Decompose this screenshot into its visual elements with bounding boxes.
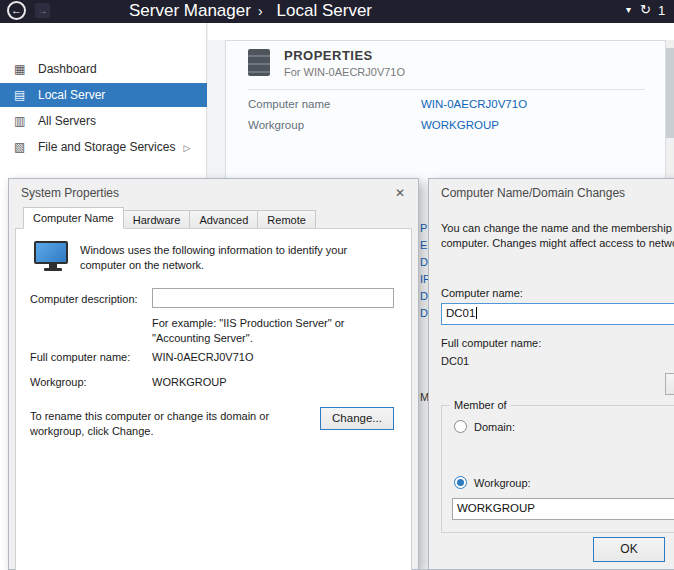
- property-label: Computer name: [248, 98, 330, 110]
- workgroup-label: Workgroup:: [30, 376, 87, 388]
- name-domain-changes-dialog: Computer Name/Domain Changes You can cha…: [428, 178, 674, 570]
- tab-computer-name[interactable]: Computer Name: [23, 207, 124, 229]
- full-computer-name-label: Full computer name:: [441, 337, 541, 349]
- sidebar-item-label: File and Storage Services: [38, 135, 190, 160]
- workgroup-radio-label[interactable]: Workgroup:: [474, 477, 531, 489]
- dialog-intro-line2: computer. Changes might affect access to…: [441, 236, 674, 251]
- domain-radio[interactable]: [454, 420, 467, 433]
- computer-description-label: Computer description:: [30, 293, 138, 305]
- clipped-value-fragment: E: [420, 239, 427, 251]
- computer-monitor-icon: [34, 241, 72, 275]
- member-of-label: Member of: [450, 399, 511, 411]
- app-title: Server Manager: [129, 1, 251, 20]
- domain-radio-label[interactable]: Domain:: [474, 421, 515, 433]
- system-properties-dialog: System Properties Computer NameHardwareA…: [8, 178, 419, 570]
- full-computer-name-label: Full computer name:: [30, 351, 130, 363]
- notification-count[interactable]: 1: [658, 3, 665, 18]
- intro-text: Windows uses the following information t…: [80, 243, 386, 273]
- computer-name-input[interactable]: DC01: [441, 303, 674, 325]
- sidebar-item-label: Dashboard: [38, 57, 97, 81]
- clipped-value-fragment: P: [420, 222, 427, 234]
- workgroup-link[interactable]: WORKGROUP: [421, 119, 499, 131]
- breadcrumb: Server Manager›Local Server: [129, 1, 379, 21]
- monitor-base: [44, 268, 62, 271]
- storage-icon: [14, 135, 30, 159]
- properties-title: PROPERTIES: [284, 48, 373, 63]
- sidebar-item-dashboard[interactable]: Dashboard: [0, 57, 207, 81]
- text-caret: [476, 307, 477, 319]
- ok-button[interactable]: OK: [593, 537, 665, 562]
- server-manager-window: Server Manager›Local Server 1 Dashboard …: [0, 0, 674, 570]
- workgroup-input[interactable]: WORKGROUP: [452, 498, 674, 520]
- chevron-down-icon[interactable]: [626, 4, 631, 15]
- tab-remote[interactable]: Remote: [257, 210, 316, 229]
- scrollbar-thumb[interactable]: [666, 48, 674, 138]
- tab-strip: Computer NameHardwareAdvancedRemote: [23, 207, 315, 229]
- tab-hardware[interactable]: Hardware: [123, 210, 191, 229]
- sidebar-item-file-storage-services[interactable]: File and Storage Services: [0, 135, 207, 159]
- full-computer-name-value: WIN-0AECRJ0V71O: [152, 351, 253, 363]
- close-icon[interactable]: [392, 185, 408, 201]
- sidebar-item-local-server[interactable]: Local Server: [0, 83, 207, 107]
- servers-icon: [14, 109, 30, 133]
- dialog-intro-line1: You can change the name and the membersh…: [441, 221, 674, 236]
- computer-name-label: Computer name:: [441, 287, 523, 299]
- sidebar-item-all-servers[interactable]: All Servers: [0, 109, 207, 133]
- breadcrumb-separator: ›: [258, 3, 263, 19]
- member-of-group: Member of Domain: Workgroup: WORKGROUP: [441, 405, 674, 533]
- chevron-right-icon: [183, 143, 190, 153]
- divider: [248, 89, 645, 90]
- computer-description-input[interactable]: [152, 288, 394, 308]
- dialog-title: Computer Name/Domain Changes: [441, 186, 625, 200]
- back-button[interactable]: [7, 1, 26, 20]
- more-button-clipped[interactable]: [665, 373, 674, 395]
- change-button[interactable]: Change...: [320, 407, 394, 430]
- example-text: For example: "IIS Production Server" or …: [152, 316, 396, 346]
- workgroup-value: WORKGROUP: [152, 376, 227, 388]
- dialog-title: System Properties: [21, 186, 119, 200]
- workgroup-radio[interactable]: [454, 476, 467, 489]
- property-label: Workgroup: [248, 119, 304, 131]
- sidebar-item-label: All Servers: [38, 109, 96, 133]
- breadcrumb-section: Local Server: [277, 1, 372, 20]
- title-bar: Server Manager›Local Server 1: [0, 0, 674, 23]
- dashboard-icon: [14, 57, 30, 81]
- main-header-strip: [208, 23, 674, 40]
- refresh-icon[interactable]: [640, 2, 651, 17]
- computer-name-tab-page: Windows uses the following information t…: [15, 228, 412, 570]
- tab-advanced[interactable]: Advanced: [189, 210, 258, 229]
- sidebar-item-label: Local Server: [38, 83, 105, 107]
- server-icon: [14, 83, 30, 107]
- clipped-value-fragment: D: [420, 256, 428, 268]
- rename-instruction-text: To rename this computer or change its do…: [30, 409, 310, 439]
- clipped-value-fragment: D: [420, 290, 428, 302]
- server-tile-icon: [248, 49, 270, 76]
- monitor-screen: [34, 241, 68, 264]
- computer-name-link[interactable]: WIN-0AECRJ0V71O: [421, 98, 527, 110]
- properties-subtitle: For WIN-0AECRJ0V71O: [284, 66, 405, 78]
- clipped-value-fragment: D: [420, 307, 428, 319]
- full-computer-name-value: DC01: [441, 355, 469, 367]
- forward-button[interactable]: [35, 3, 50, 18]
